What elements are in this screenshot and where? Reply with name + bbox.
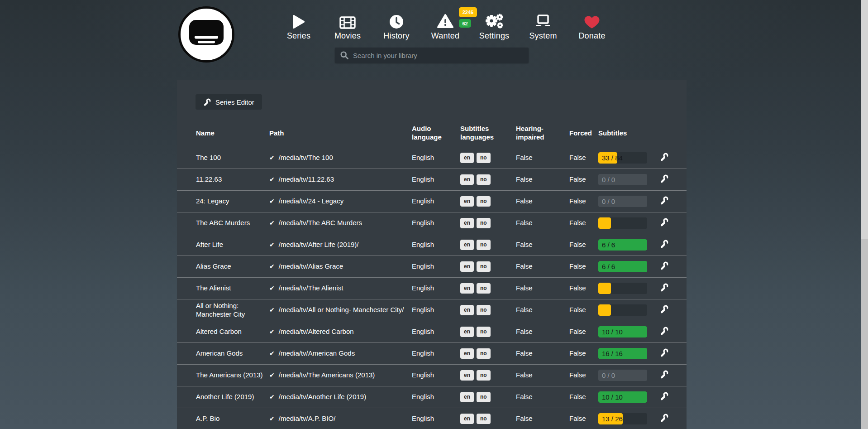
subtitles-progress: 33 / 84 bbox=[598, 152, 647, 164]
subtitles-progress-label: 33 / 84 bbox=[602, 152, 623, 164]
forced-value: False bbox=[569, 393, 598, 401]
nav-series[interactable]: Series bbox=[274, 10, 323, 41]
check-icon: ✔ bbox=[269, 263, 275, 270]
check-icon: ✔ bbox=[269, 198, 275, 205]
subtitles-progress: 6 / 6 bbox=[598, 261, 647, 272]
subtitles-progress: 0 / 0 bbox=[598, 370, 647, 381]
forced-value: False bbox=[569, 371, 598, 380]
audio-language-value: English bbox=[412, 154, 460, 162]
audio-language-value: English bbox=[412, 328, 460, 336]
series-name[interactable]: After Life bbox=[196, 241, 269, 249]
clock-icon bbox=[372, 10, 421, 29]
wrench-icon[interactable] bbox=[660, 414, 668, 422]
nav-system[interactable]: System bbox=[519, 10, 568, 41]
check-icon: ✔ bbox=[269, 415, 275, 422]
lang-badge-en: en bbox=[460, 414, 474, 424]
nav-settings[interactable]: Settings bbox=[470, 10, 519, 41]
lang-badge-en: en bbox=[460, 392, 474, 402]
wrench-icon[interactable] bbox=[660, 348, 668, 357]
series-name[interactable]: The Alienist bbox=[196, 284, 269, 293]
wrench-icon[interactable] bbox=[660, 261, 668, 270]
subtitles-progress-label: 10 / 10 bbox=[602, 326, 623, 337]
wrench-icon[interactable] bbox=[660, 370, 668, 379]
table-row: After Life ✔/media/tv/After Life (2019)/… bbox=[177, 234, 687, 255]
wrench-icon[interactable] bbox=[660, 153, 668, 161]
page-scrollbar[interactable] bbox=[861, 0, 868, 429]
wrench-icon[interactable] bbox=[660, 218, 668, 227]
series-name[interactable]: The Americans (2013) bbox=[196, 371, 269, 380]
subtitle-languages: enno bbox=[460, 370, 516, 381]
nav-history[interactable]: History bbox=[372, 10, 421, 41]
series-editor-button[interactable]: Series Editor bbox=[196, 94, 262, 110]
series-name[interactable]: 24: Legacy bbox=[196, 197, 269, 206]
wrench-icon[interactable] bbox=[660, 392, 668, 400]
subtitles-progress: 6 / 6 bbox=[598, 239, 647, 251]
subtitles-progress: 0 / 0 bbox=[598, 196, 647, 207]
hearing-impaired-value: False bbox=[516, 393, 569, 401]
col-header-name: Name bbox=[196, 129, 269, 138]
wrench-icon[interactable] bbox=[660, 305, 668, 313]
nav-donate[interactable]: Donate bbox=[568, 10, 616, 41]
series-name[interactable]: The 100 bbox=[196, 154, 269, 162]
nav-movies[interactable]: Movies bbox=[323, 10, 372, 41]
series-path: /media/tv/After Life (2019)/ bbox=[279, 241, 359, 248]
subtitles-progress-label: 16 / 16 bbox=[602, 348, 623, 359]
col-header-subtitles: Subtitles bbox=[598, 129, 660, 138]
hearing-impaired-value: False bbox=[516, 241, 569, 249]
subtitles-progress-label: 6 / 6 bbox=[602, 239, 615, 251]
hearing-impaired-value: False bbox=[516, 349, 569, 358]
heart-icon bbox=[568, 10, 616, 29]
series-name[interactable]: American Gods bbox=[196, 349, 269, 358]
subtitles-progress: 13 / 26 bbox=[598, 413, 647, 424]
subtitle-languages: enno bbox=[460, 348, 516, 359]
search-input[interactable] bbox=[353, 52, 523, 59]
nav-movies-label: Movies bbox=[323, 31, 372, 41]
wrench-icon[interactable] bbox=[660, 196, 668, 205]
audio-language-value: English bbox=[412, 197, 460, 206]
forced-value: False bbox=[569, 219, 598, 227]
nav-wanted-label: Wanted bbox=[421, 31, 470, 41]
forced-value: False bbox=[569, 154, 598, 162]
wanted-movies-badge: 62 bbox=[459, 19, 471, 28]
wrench-icon[interactable] bbox=[660, 283, 668, 292]
lang-badge-en: en bbox=[460, 261, 474, 272]
table-row: The 100 ✔/media/tv/The 100 English enno … bbox=[177, 147, 687, 169]
forced-value: False bbox=[569, 415, 598, 423]
play-icon bbox=[274, 10, 323, 29]
app-logo[interactable] bbox=[178, 6, 235, 63]
subtitles-progress: 10 / 10 bbox=[598, 391, 647, 403]
lang-badge-no: no bbox=[477, 305, 491, 315]
lang-badge-no: no bbox=[477, 196, 491, 207]
subtitles-progress-label: 10 / 10 bbox=[602, 391, 623, 403]
table-row: The Americans (2013) ✔/media/tv/The Amer… bbox=[177, 364, 687, 386]
nav-wanted[interactable]: 2246 62 Wanted bbox=[421, 10, 470, 41]
subtitle-languages: enno bbox=[460, 261, 516, 272]
scrollbar-thumb[interactable] bbox=[861, 0, 868, 239]
wrench-icon[interactable] bbox=[660, 174, 668, 183]
audio-language-value: English bbox=[412, 219, 460, 227]
series-name[interactable]: The ABC Murders bbox=[196, 219, 269, 227]
table-row: The ABC Murders ✔/media/tv/The ABC Murde… bbox=[177, 212, 687, 234]
wrench-icon[interactable] bbox=[660, 327, 668, 335]
laptop-icon bbox=[519, 10, 568, 29]
hearing-impaired-value: False bbox=[516, 197, 569, 206]
subtitle-languages: enno bbox=[460, 196, 516, 207]
series-name[interactable]: Altered Carbon bbox=[196, 328, 269, 336]
series-name[interactable]: A.P. Bio bbox=[196, 415, 269, 423]
check-icon: ✔ bbox=[269, 393, 275, 400]
wrench-icon[interactable] bbox=[660, 240, 668, 248]
series-name[interactable]: Alias Grace bbox=[196, 262, 269, 271]
forced-value: False bbox=[569, 328, 598, 336]
table-row: Another Life (2019) ✔/media/tv/Another L… bbox=[177, 386, 687, 408]
audio-language-value: English bbox=[412, 371, 460, 380]
check-icon: ✔ bbox=[269, 176, 275, 183]
gears-icon bbox=[470, 10, 519, 29]
table-row: American Gods ✔/media/tv/American Gods E… bbox=[177, 342, 687, 364]
subtitle-languages: enno bbox=[460, 392, 516, 402]
series-name[interactable]: Another Life (2019) bbox=[196, 393, 269, 401]
series-name[interactable]: All or Nothing: Manchester City bbox=[196, 302, 269, 319]
subtitles-progress: 0 / 0 bbox=[598, 174, 647, 185]
series-name[interactable]: 11.22.63 bbox=[196, 175, 269, 184]
nav-system-label: System bbox=[519, 31, 568, 41]
lang-badge-no: no bbox=[477, 240, 491, 250]
